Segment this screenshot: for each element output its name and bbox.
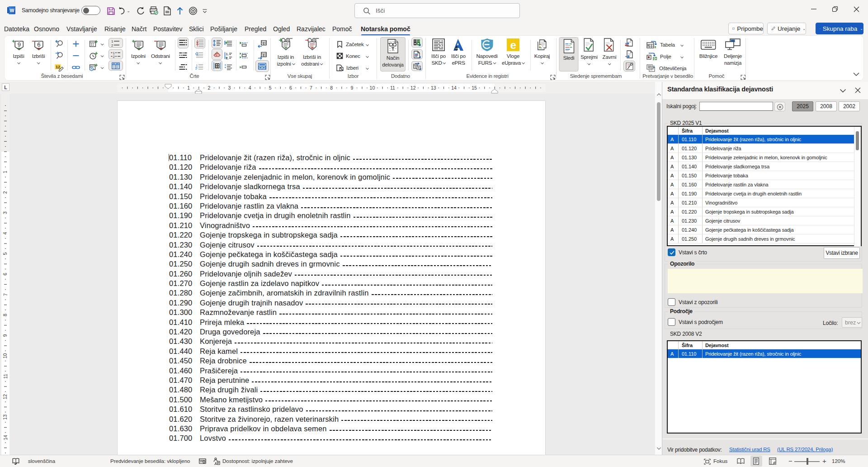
svg-text:3: 3 (228, 85, 231, 91)
svg-text:1.: 1. (226, 52, 229, 56)
svg-text:1: 1 (187, 85, 190, 91)
svg-text:5: 5 (3, 253, 8, 255)
svg-text:5: 5 (269, 85, 272, 91)
svg-text:2: 2 (208, 85, 210, 91)
svg-text:12: 12 (3, 394, 8, 400)
svg-text:15: 15 (472, 85, 477, 91)
svg-text:10: 10 (370, 85, 375, 91)
svg-text:W: W (10, 8, 14, 13)
svg-text:8: 8 (3, 314, 8, 316)
svg-text:12: 12 (410, 85, 416, 91)
svg-text:2: 2 (111, 43, 113, 47)
svg-text:2: 2 (113, 55, 115, 58)
svg-text:2: 2 (3, 191, 8, 194)
svg-text:4: 4 (3, 232, 8, 235)
svg-text:4: 4 (454, 45, 458, 52)
svg-text:9: 9 (18, 41, 21, 48)
svg-text:7: 7 (3, 293, 8, 296)
svg-text:9: 9 (3, 334, 8, 337)
svg-text:e: e (510, 39, 516, 51)
svg-text:6: 6 (38, 41, 41, 48)
svg-text:6: 6 (3, 273, 8, 276)
svg-text:1: 1 (3, 171, 8, 173)
svg-text:9: 9 (350, 85, 353, 91)
svg-text:12: 12 (56, 65, 60, 69)
svg-text:10: 10 (3, 353, 8, 358)
svg-text:13: 13 (3, 415, 8, 420)
svg-text:3: 3 (3, 211, 8, 214)
svg-text:11: 11 (390, 85, 395, 91)
svg-text:6: 6 (289, 85, 292, 91)
svg-text:14: 14 (451, 85, 457, 91)
svg-text:14: 14 (3, 435, 8, 440)
svg-text:8: 8 (330, 85, 333, 91)
svg-text:11: 11 (3, 374, 8, 379)
svg-text:7: 7 (310, 85, 312, 91)
svg-text:13: 13 (431, 85, 436, 91)
svg-text:4: 4 (249, 85, 251, 91)
